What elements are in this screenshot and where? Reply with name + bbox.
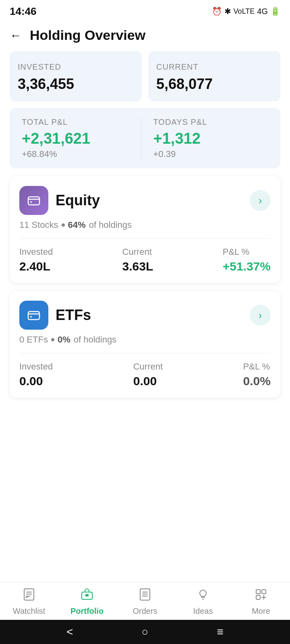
signal-icon: VoLTE [234,7,255,16]
system-nav: < ○ ≡ [0,620,290,644]
sys-home-button[interactable]: ○ [142,625,149,638]
current-label: CURRENT [156,62,272,72]
etfs-meta: 0 ETFs 0% of holdings [19,334,271,345]
current-card: CURRENT 5,68,077 [148,51,280,101]
today-pnl-value: +1,312 [153,130,269,147]
alarm-icon: ⏰ [212,6,222,16]
etfs-name: ETFs [56,307,91,324]
nav-watchlist[interactable]: Watchlist [9,588,49,616]
equity-chevron[interactable]: › [250,190,271,211]
orders-label: Orders [133,607,157,616]
equity-invested-label: Invested [19,247,53,257]
svg-point-1 [30,201,32,203]
total-pnl-sub: +68.84% [22,149,137,159]
etfs-invested: Invested 0.00 [19,361,53,388]
etfs-invested-label: Invested [19,361,53,372]
back-button[interactable]: ← [10,29,22,42]
svg-point-3 [30,316,32,318]
watchlist-icon [23,588,35,604]
equity-pnl-label: P&L % [223,247,271,257]
sys-back-button[interactable]: < [66,625,73,638]
etfs-current-value: 0.00 [133,374,163,388]
ideas-icon [197,588,209,604]
etfs-dot [51,338,54,341]
etfs-pnl-value: 0.0% [243,374,271,388]
equity-icon [19,186,48,215]
page-title: Holding Overview [30,27,145,43]
etfs-header-left: ETFs [19,301,91,330]
svg-rect-0 [28,197,39,205]
status-icons: ⏰ ✱ VoLTE 4G 🔋 [212,6,280,16]
total-pnl-value: +2,31,621 [22,130,137,147]
etfs-icon [19,301,48,330]
svg-rect-11 [262,590,266,594]
equity-meta-suffix: of holdings [89,220,132,230]
summary-top: INVESTED 3,36,455 CURRENT 5,68,077 [0,51,290,108]
etfs-invested-value: 0.00 [19,374,53,388]
bluetooth-icon: ✱ [224,6,231,16]
more-icon [255,588,267,604]
equity-invested: Invested 2.40L [19,247,53,273]
equity-divider [19,238,271,239]
today-pnl-label: TODAYS P&L [153,118,269,127]
etfs-count: 0 ETFs [19,334,48,345]
4g-icon: 4G [257,7,268,16]
equity-stock-count: 11 Stocks [19,220,58,230]
etfs-stats: Invested 0.00 Current 0.00 P&L % 0.0% [19,361,271,388]
svg-rect-6 [85,594,89,597]
equity-current-value: 3.63L [122,260,153,273]
equity-pnl: P&L % +51.37% [223,247,271,273]
header: ← Holding Overview [0,21,290,51]
total-pnl-label: TOTAL P&L [22,118,137,127]
total-pnl-section: TOTAL P&L +2,31,621 +68.84% [22,118,137,159]
equity-pnl-value: +51.37% [223,260,271,273]
etfs-header: ETFs › [19,301,271,330]
equity-pct: 64% [68,220,86,230]
status-bar: 14:46 ⏰ ✱ VoLTE 4G 🔋 [0,0,290,21]
etfs-meta-suffix: of holdings [74,334,116,345]
svg-rect-2 [28,312,39,320]
equity-header-left: Equity [19,186,100,215]
svg-rect-10 [256,590,260,594]
etfs-pnl: P&L % 0.0% [243,361,271,388]
equity-name: Equity [56,192,100,209]
more-label: More [252,607,270,616]
invested-card: INVESTED 3,36,455 [10,51,142,101]
status-time: 14:46 [10,5,37,18]
equity-invested-value: 2.40L [19,260,53,273]
equity-current-label: Current [122,247,153,257]
equity-current: Current 3.63L [122,247,153,273]
today-pnl-sub: +0.39 [153,149,269,159]
watchlist-label: Watchlist [13,607,45,616]
sys-menu-button[interactable]: ≡ [217,625,224,638]
equity-card: Equity › 11 Stocks 64% of holdings Inves… [10,176,280,283]
equity-header: Equity › [19,186,271,215]
orders-icon [139,588,151,604]
etfs-pct: 0% [58,334,70,345]
etfs-pnl-label: P&L % [243,361,271,372]
today-pnl-section: TODAYS P&L +1,312 +0.39 [141,118,269,159]
nav-ideas[interactable]: Ideas [183,588,223,616]
nav-orders[interactable]: Orders [125,588,165,616]
bottom-nav: Watchlist Portfolio Orders [0,582,290,620]
battery-icon: 🔋 [270,6,280,16]
etfs-divider [19,353,271,353]
etfs-current: Current 0.00 [133,361,163,388]
current-value: 5,68,077 [156,76,272,93]
ideas-label: Ideas [193,607,213,616]
invested-value: 3,36,455 [18,76,134,93]
equity-meta: 11 Stocks 64% of holdings [19,220,271,230]
etfs-current-label: Current [133,361,163,372]
nav-portfolio[interactable]: Portfolio [67,588,107,616]
portfolio-icon [81,588,93,604]
equity-dot [62,223,65,227]
equity-stats: Invested 2.40L Current 3.63L P&L % +51.3… [19,247,271,273]
invested-label: INVESTED [18,62,134,72]
nav-more[interactable]: More [241,588,281,616]
etfs-card: ETFs › 0 ETFs 0% of holdings Invested 0.… [10,291,280,398]
portfolio-label: Portfolio [70,607,104,616]
svg-rect-12 [256,595,260,599]
svg-point-8 [200,590,206,597]
pnl-card: TOTAL P&L +2,31,621 +68.84% TODAYS P&L +… [10,108,280,168]
etfs-chevron[interactable]: › [250,305,271,326]
